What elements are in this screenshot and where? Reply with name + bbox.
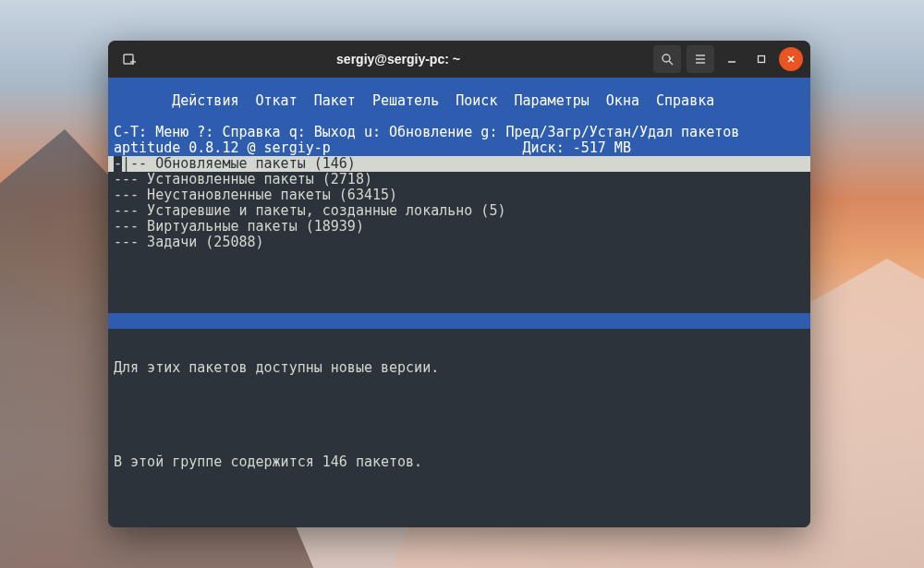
window-title: sergiy@sergiy-pc: ~ <box>149 52 648 66</box>
menu-item-параметры[interactable]: Параметры <box>515 92 590 109</box>
svg-line-4 <box>669 61 673 65</box>
svg-rect-9 <box>759 56 765 63</box>
menu-item-действия[interactable]: Действия <box>172 92 238 109</box>
category-row[interactable]: --- Виртуальные пакеты (18939) <box>108 219 810 235</box>
maximize-button[interactable] <box>749 47 773 71</box>
category-row[interactable]: --- Установленные пакеты (2718) <box>108 172 810 187</box>
minimize-button[interactable] <box>720 47 744 71</box>
aptitude-status-line: aptitude 0.8.12 @ sergiy-p Диск: -517 MB <box>108 140 810 156</box>
hamburger-icon <box>694 53 707 66</box>
close-button[interactable] <box>779 47 803 71</box>
minimize-icon <box>727 54 736 64</box>
category-row[interactable]: --- Устаревшие и пакеты, созданные локал… <box>108 203 810 219</box>
status-left: aptitude 0.8.12 @ sergiy-p <box>114 139 331 156</box>
details-blank <box>114 407 805 423</box>
category-row[interactable]: -|-- Обновляемые пакеты (146) <box>108 156 810 172</box>
hamburger-menu-button[interactable] <box>687 45 714 73</box>
details-line-2: В этой группе содержится 146 пакетов. <box>114 454 805 470</box>
titlebar: sergiy@sergiy-pc: ~ <box>108 41 810 78</box>
menu-item-поиск[interactable]: Поиск <box>456 92 497 109</box>
terminal-content[interactable]: Действия Откат Пакет Решатель Поиск Пара… <box>108 78 810 527</box>
category-row[interactable]: --- Задачи (25088) <box>108 235 810 250</box>
search-button[interactable] <box>653 45 681 73</box>
menu-item-справка[interactable]: Справка <box>656 92 714 109</box>
menu-item-решатель[interactable]: Решатель <box>372 92 439 109</box>
menu-item-пакет[interactable]: Пакет <box>314 92 356 109</box>
close-icon <box>786 54 796 64</box>
terminal-window: sergiy@sergiy-pc: ~ <box>108 41 810 527</box>
menu-item-откат[interactable]: Откат <box>256 92 298 109</box>
pane-divider <box>108 313 810 329</box>
category-row[interactable]: --- Неустановленные пакеты (63415) <box>108 187 810 203</box>
status-right: Диск: -517 MB <box>523 139 631 156</box>
aptitude-menu-bar[interactable]: Действия Откат Пакет Решатель Поиск Пара… <box>108 78 810 125</box>
package-category-list[interactable]: -|-- Обновляемые пакеты (146)--- Установ… <box>108 156 810 250</box>
empty-space-upper <box>108 250 810 313</box>
aptitude-hint-line: C-T: Меню ?: Справка q: Выход u: Обновле… <box>108 125 810 140</box>
new-tab-icon <box>122 52 137 66</box>
svg-point-3 <box>663 54 670 62</box>
details-pane: Для этих пакетов доступны новые версии. … <box>108 329 810 502</box>
search-icon <box>661 53 674 66</box>
maximize-icon <box>757 54 766 64</box>
details-line-1: Для этих пакетов доступны новые версии. <box>114 360 805 376</box>
menu-item-окна[interactable]: Окна <box>606 92 639 109</box>
new-tab-button[interactable] <box>116 45 143 73</box>
